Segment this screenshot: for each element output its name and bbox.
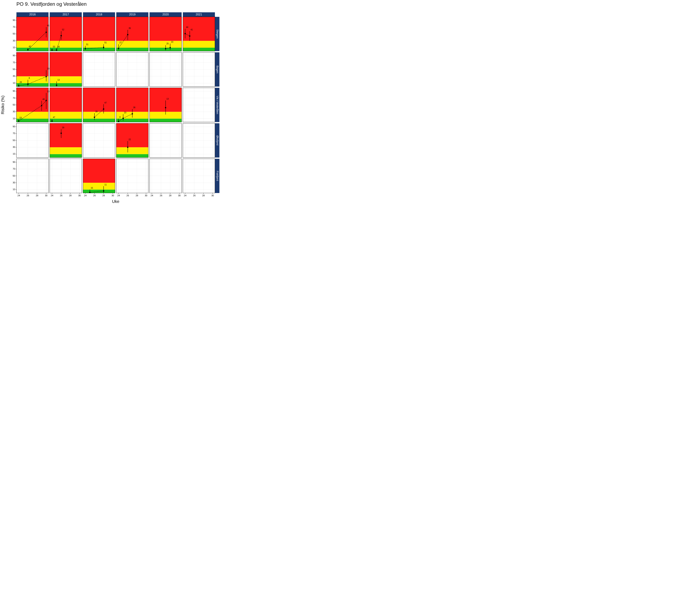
panel: 103050709024262830 bbox=[13, 159, 48, 197]
data-point bbox=[127, 34, 128, 35]
svg-rect-231 bbox=[83, 112, 115, 119]
y-tick-label: 90 bbox=[13, 19, 15, 22]
data-point bbox=[46, 76, 47, 77]
x-tick-label: 28 bbox=[36, 194, 38, 197]
x-tick-label: 28 bbox=[202, 194, 204, 197]
y-tick-label: 30 bbox=[13, 75, 15, 77]
point-n-label: 27 bbox=[119, 41, 122, 44]
data-point bbox=[127, 147, 128, 148]
y-tick-label: 30 bbox=[13, 146, 15, 148]
x-tick-label: 30 bbox=[45, 194, 47, 197]
data-point bbox=[27, 49, 29, 50]
data-point bbox=[185, 33, 186, 34]
data-point bbox=[94, 117, 95, 118]
panel: 24262830 bbox=[150, 159, 182, 197]
panel: 42411030507090 bbox=[13, 17, 49, 51]
y-tick-label: 10 bbox=[13, 153, 15, 155]
svg-rect-12 bbox=[16, 17, 48, 41]
point-n-label: 40 bbox=[42, 98, 45, 100]
col-strip-label: 2018 bbox=[96, 13, 102, 16]
point-n-label: 8 bbox=[29, 77, 30, 79]
svg-rect-98 bbox=[183, 17, 215, 41]
svg-rect-193 bbox=[16, 119, 48, 122]
x-tick-label: 28 bbox=[169, 194, 171, 197]
data-point bbox=[18, 85, 19, 86]
row-strip-label: Vik i Vesterålen bbox=[216, 96, 219, 114]
y-tick-label: 10 bbox=[13, 46, 15, 49]
y-tick-label: 70 bbox=[13, 26, 15, 28]
point-n-label: 23 bbox=[124, 112, 126, 114]
point-n-label: 47 bbox=[104, 101, 107, 104]
x-tick-label: 30 bbox=[78, 194, 81, 197]
col-strip-label: 2016 bbox=[29, 13, 36, 16]
data-point bbox=[89, 192, 90, 193]
data-point bbox=[56, 85, 57, 86]
data-point bbox=[103, 47, 104, 48]
x-tick-label: 26 bbox=[93, 194, 96, 197]
row-strip-label: Bogen bbox=[216, 66, 219, 73]
point-n-label: 23 bbox=[171, 41, 174, 43]
x-tick-label: 30 bbox=[212, 194, 214, 197]
svg-rect-332 bbox=[116, 147, 148, 154]
data-point bbox=[27, 84, 29, 85]
col-strip-label: 2019 bbox=[129, 13, 136, 16]
panel: 24262830 bbox=[183, 159, 215, 197]
x-tick-label: 28 bbox=[136, 194, 138, 197]
svg-rect-134 bbox=[50, 83, 82, 87]
point-n-label: 23 bbox=[47, 68, 49, 70]
data-point bbox=[85, 48, 86, 49]
svg-rect-97 bbox=[183, 41, 215, 48]
data-point bbox=[46, 32, 47, 33]
y-tick-label: 90 bbox=[13, 125, 15, 128]
data-point bbox=[51, 49, 52, 51]
svg-rect-230 bbox=[83, 119, 115, 122]
point-n-label: 51 bbox=[86, 43, 88, 46]
y-tick-label: 10 bbox=[13, 82, 15, 84]
svg-rect-404 bbox=[83, 183, 115, 190]
svg-rect-96 bbox=[183, 48, 215, 51]
x-tick-label: 28 bbox=[69, 194, 72, 197]
data-point bbox=[122, 118, 124, 119]
svg-rect-11 bbox=[16, 41, 48, 48]
point-n-label: 36 bbox=[133, 106, 136, 109]
point-n-label: 41 bbox=[190, 29, 193, 31]
x-tick-label: 24 bbox=[17, 194, 20, 197]
panel: 1030507090 bbox=[13, 123, 48, 158]
panel: 288231030507090 bbox=[13, 52, 49, 87]
point-n-label: 35 bbox=[128, 27, 131, 29]
panel bbox=[183, 123, 215, 158]
row-strip-label: Steigen bbox=[216, 29, 219, 38]
data-point bbox=[61, 133, 62, 134]
panel: 2735 bbox=[116, 17, 148, 51]
point-n-label: 53 bbox=[53, 46, 55, 48]
point-n-label: 39 bbox=[62, 126, 65, 129]
panel: 4441 bbox=[183, 17, 215, 51]
svg-rect-248 bbox=[116, 88, 148, 112]
point-n-label: 44 bbox=[186, 26, 188, 28]
point-n-label: 39 bbox=[95, 111, 98, 113]
col-strip-label: 2021 bbox=[196, 13, 202, 16]
point-n-label: 25 bbox=[166, 42, 169, 45]
row-strip-label: Øksfjord bbox=[216, 135, 219, 146]
y-tick-label: 90 bbox=[13, 54, 15, 57]
point-n-label: 51 bbox=[104, 41, 107, 44]
panel: 47 bbox=[50, 88, 82, 122]
svg-rect-232 bbox=[83, 88, 115, 112]
data-point bbox=[103, 109, 104, 110]
panel: 24262830 bbox=[116, 159, 148, 197]
data-point bbox=[170, 47, 171, 48]
x-tick-label: 24 bbox=[51, 194, 53, 197]
y-tick-label: 30 bbox=[13, 110, 15, 113]
plot-title: PO 9. Vestfjorden og Vesterålen bbox=[16, 1, 87, 7]
x-tick-label: 28 bbox=[102, 194, 105, 197]
x-axis-label: Uke bbox=[112, 199, 119, 204]
svg-rect-135 bbox=[50, 76, 82, 83]
point-n-label: 52 bbox=[62, 29, 65, 31]
point-n-label: 15 bbox=[90, 187, 93, 189]
panel bbox=[83, 52, 115, 87]
x-tick-label: 24 bbox=[117, 194, 120, 197]
x-tick-label: 26 bbox=[193, 194, 196, 197]
x-tick-label: 26 bbox=[160, 194, 162, 197]
y-tick-label: 10 bbox=[13, 188, 15, 191]
data-point bbox=[46, 100, 47, 101]
